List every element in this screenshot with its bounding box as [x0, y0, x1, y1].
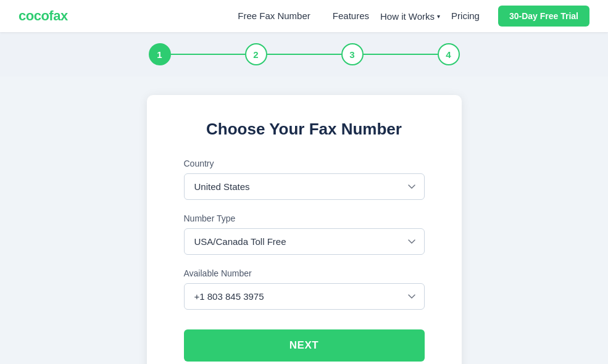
- step-3[interactable]: 3: [341, 43, 364, 65]
- logo[interactable]: cocofax: [19, 8, 68, 24]
- card-title: Choose Your Fax Number: [184, 120, 425, 139]
- nav-link-how-it-works[interactable]: How it Works ▾: [380, 0, 440, 32]
- available-number-label: Available Number: [184, 268, 425, 278]
- step-4[interactable]: 4: [438, 43, 460, 65]
- number-type-label: Number Type: [184, 213, 425, 223]
- main-content: Choose Your Fax Number Country United St…: [0, 77, 608, 364]
- available-number-group: Available Number +1 803 845 3975 +1 803 …: [184, 268, 425, 310]
- nav-link-free-fax-number[interactable]: Free Fax Number: [227, 10, 322, 21]
- country-label: Country: [184, 159, 425, 168]
- stepper: 1 2 3 4: [149, 43, 460, 65]
- step-line-3-4: [364, 54, 438, 55]
- choose-fax-card: Choose Your Fax Number Country United St…: [147, 95, 462, 364]
- available-number-select[interactable]: +1 803 845 3975 +1 803 845 3976 +1 803 8…: [184, 283, 425, 310]
- step-line-2-3: [267, 54, 341, 55]
- number-type-group: Number Type USA/Canada Toll Free Local I…: [184, 213, 425, 255]
- country-group: Country United States Canada United King…: [184, 159, 425, 200]
- nav-how-it-works-label: How it Works: [380, 11, 435, 22]
- stepper-bar: 1 2 3 4: [0, 32, 608, 77]
- navbar: cocofax Free Fax Number Features How it …: [0, 0, 608, 32]
- step-line-1-2: [171, 54, 245, 55]
- country-select[interactable]: United States Canada United Kingdom Aust…: [184, 173, 425, 200]
- next-button[interactable]: NEXT: [184, 329, 425, 362]
- number-type-select[interactable]: USA/Canada Toll Free Local International: [184, 228, 425, 255]
- trial-button[interactable]: 30-Day Free Trial: [498, 6, 589, 27]
- nav-link-pricing[interactable]: Pricing: [440, 10, 491, 21]
- step-1[interactable]: 1: [149, 43, 171, 65]
- nav-link-features[interactable]: Features: [322, 10, 380, 21]
- step-2[interactable]: 2: [245, 43, 267, 65]
